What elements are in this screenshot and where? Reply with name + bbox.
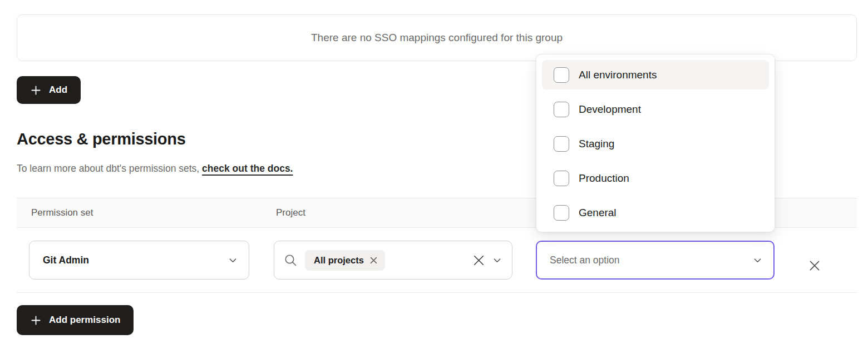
- checkbox[interactable]: [554, 102, 569, 117]
- checkbox[interactable]: [554, 171, 569, 186]
- env-option-label: All environments: [579, 69, 657, 81]
- project-tag-label: All projects: [314, 255, 364, 266]
- environment-select[interactable]: Select an option: [536, 241, 775, 280]
- env-option-staging[interactable]: Staging: [542, 129, 769, 158]
- project-tag: All projects: [305, 250, 385, 271]
- env-option-general[interactable]: General: [542, 198, 769, 227]
- sso-empty-message: There are no SSO mappings configured for…: [311, 32, 563, 44]
- docs-link[interactable]: check out the docs.: [202, 163, 293, 174]
- add-button-label: Add: [49, 84, 67, 96]
- add-sso-mapping-button[interactable]: Add: [17, 76, 81, 104]
- page-title: Access & permissions: [17, 130, 186, 148]
- plus-icon: [30, 84, 42, 96]
- plus-icon: [30, 315, 42, 326]
- checkbox[interactable]: [554, 136, 569, 152]
- add-permission-label: Add permission: [49, 315, 120, 326]
- env-option-label: Production: [579, 172, 629, 185]
- env-option-development[interactable]: Development: [542, 94, 769, 124]
- section-description: To learn more about dbt's permission set…: [17, 163, 293, 174]
- environment-dropdown-panel: All environments Development Staging Pro…: [536, 54, 775, 232]
- tag-remove-x-icon[interactable]: [370, 257, 377, 264]
- description-text: To learn more about dbt's permission set…: [17, 163, 199, 174]
- chevron-down-icon: [228, 256, 238, 265]
- permission-set-select[interactable]: Git Admin: [29, 241, 249, 280]
- permission-set-value: Git Admin: [43, 255, 228, 266]
- checkbox[interactable]: [554, 205, 569, 221]
- column-header-project: Project: [276, 198, 305, 227]
- env-option-all-environments[interactable]: All environments: [542, 60, 769, 89]
- chevron-down-icon: [753, 256, 762, 265]
- group-settings-page: There are no SSO mappings configured for…: [0, 0, 868, 349]
- search-icon: [283, 253, 298, 268]
- env-option-label: Development: [579, 103, 641, 116]
- add-permission-button[interactable]: Add permission: [17, 305, 134, 335]
- environment-placeholder: Select an option: [550, 255, 753, 266]
- clear-selection-x-icon[interactable]: [472, 253, 486, 267]
- column-header-permission-set: Permission set: [31, 198, 93, 227]
- env-option-label: General: [579, 207, 617, 219]
- env-option-production[interactable]: Production: [542, 163, 769, 193]
- permission-table-row: Git Admin All projects: [17, 228, 857, 293]
- checkbox[interactable]: [554, 67, 569, 83]
- chevron-down-icon[interactable]: [492, 256, 502, 265]
- remove-permission-row-x-icon[interactable]: [803, 255, 826, 277]
- env-option-label: Staging: [579, 138, 614, 150]
- project-multiselect[interactable]: All projects: [274, 241, 512, 280]
